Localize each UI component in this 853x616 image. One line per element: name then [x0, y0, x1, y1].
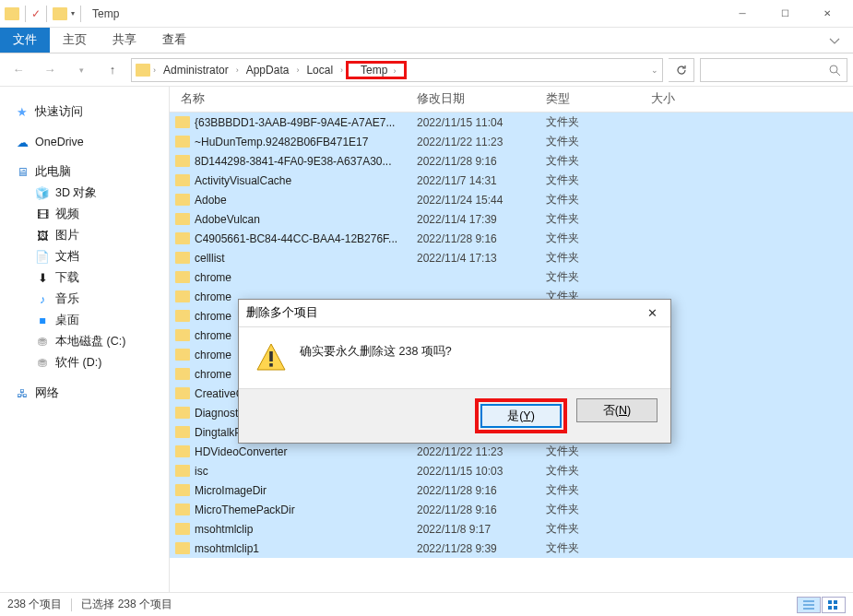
nav-back-button[interactable]: ←: [6, 57, 31, 83]
sidebar-videos[interactable]: 🎞视频: [0, 204, 169, 225]
nav-up-button[interactable]: ↑: [100, 57, 125, 83]
table-row[interactable]: {63BBBDD1-3AAB-49BF-9A4E-A7AE7...2022/11…: [170, 113, 853, 132]
nav-recent-button[interactable]: ▾: [68, 57, 94, 83]
dialog-close-button[interactable]: ✕: [642, 304, 663, 322]
crumb-appdata[interactable]: AppData: [242, 62, 294, 78]
table-row[interactable]: 8D144298-3841-4FA0-9E38-A637A30...2022/1…: [170, 151, 853, 171]
sidebar-documents[interactable]: 📄文档: [0, 246, 169, 267]
table-row[interactable]: chrome文件夹: [170, 267, 853, 287]
sidebar-pictures[interactable]: 🖼图片: [0, 225, 169, 246]
qat-check-icon[interactable]: ✓: [31, 7, 41, 20]
folder-icon: [175, 407, 190, 419]
refresh-button[interactable]: [669, 58, 694, 82]
window-title: Temp: [92, 7, 119, 20]
table-row[interactable]: ~HuDunTemp.92482B06FB471E172022/11/22 11…: [170, 132, 853, 151]
sidebar-onedrive[interactable]: ☁OneDrive: [0, 132, 169, 152]
tab-home[interactable]: 主页: [50, 28, 100, 53]
search-input[interactable]: [700, 58, 847, 82]
window-titlebar: ✓ ▾ Temp ─ ☐ ✕: [0, 0, 853, 28]
table-row[interactable]: isc2022/11/15 10:03文件夹: [170, 461, 853, 480]
address-bar[interactable]: › Administrator › AppData › Local › Temp…: [131, 58, 663, 82]
folder-icon: [175, 155, 190, 167]
column-size[interactable]: 大小: [651, 91, 743, 107]
sidebar-disk-d[interactable]: ⛃软件 (D:): [0, 352, 169, 373]
table-row[interactable]: MicroThemePackDir2022/11/28 9:16文件夹: [170, 500, 853, 519]
status-item-count: 238 个项目: [7, 597, 62, 612]
table-row[interactable]: msohtmlclip2022/11/8 9:17文件夹: [170, 519, 853, 539]
ribbon-tabs: 文件 主页 共享 查看: [0, 28, 853, 53]
table-row[interactable]: celllist2022/11/4 17:13文件夹: [170, 248, 853, 267]
table-row[interactable]: ActivityVisualCache2022/11/7 14:31文件夹: [170, 171, 853, 190]
dialog-title: 删除多个项目: [246, 305, 318, 321]
folder-icon: [175, 116, 190, 128]
sidebar-disk-c[interactable]: ⛃本地磁盘 (C:): [0, 331, 169, 352]
column-name[interactable]: 名称: [170, 91, 417, 107]
folder-icon: [175, 290, 190, 302]
view-icons-button[interactable]: [822, 597, 846, 613]
svg-rect-6: [834, 600, 837, 604]
folder-icon: [175, 136, 190, 148]
folder-icon: [175, 194, 190, 206]
folder-icon: [175, 523, 190, 535]
qat-folder-icon[interactable]: [53, 7, 67, 20]
window-icon: [5, 7, 19, 20]
dialog-no-button[interactable]: 否(N): [576, 398, 658, 422]
svg-point-0: [830, 65, 837, 73]
minimize-button[interactable]: ─: [721, 0, 764, 28]
folder-icon: [175, 252, 190, 264]
search-icon: [828, 64, 841, 77]
status-selected-count: 已选择 238 个项目: [81, 597, 172, 612]
crumb-local[interactable]: Local: [302, 62, 338, 78]
sidebar-network[interactable]: 🖧网络: [0, 383, 169, 404]
qat-dropdown-icon[interactable]: ▾: [71, 9, 75, 18]
svg-rect-5: [828, 600, 832, 604]
folder-icon: [175, 426, 190, 438]
nav-forward-button[interactable]: →: [37, 57, 63, 83]
address-dropdown-icon[interactable]: ⌄: [651, 65, 658, 75]
table-row[interactable]: MicroImageDir2022/11/28 9:16文件夹: [170, 480, 853, 500]
folder-icon: [175, 368, 190, 380]
folder-icon: [175, 271, 190, 283]
status-bar: 238 个项目 已选择 238 个项目: [0, 592, 853, 616]
table-row[interactable]: HDVideoConverter2022/11/22 11:23文件夹: [170, 442, 853, 461]
tab-share[interactable]: 共享: [100, 28, 149, 53]
folder-icon: [175, 329, 190, 341]
dialog-yes-button[interactable]: 是(Y): [480, 404, 562, 428]
crumb-administrator[interactable]: Administrator: [159, 62, 233, 78]
folder-icon: [175, 213, 190, 225]
ribbon-expand-button[interactable]: [816, 28, 853, 53]
svg-rect-11: [269, 363, 273, 367]
folder-icon: [175, 174, 190, 186]
tab-view[interactable]: 查看: [149, 28, 199, 53]
table-row[interactable]: msohtmlclip12022/11/28 9:39文件夹: [170, 539, 853, 558]
sidebar-desktop[interactable]: ■桌面: [0, 310, 169, 331]
svg-rect-7: [828, 606, 832, 610]
warning-icon: [255, 342, 287, 373]
folder-icon: [175, 387, 190, 399]
table-row[interactable]: AdobeVulcan2022/11/4 17:39文件夹: [170, 209, 853, 229]
crumb-temp[interactable]: Temp: [356, 62, 392, 78]
sidebar-music[interactable]: ♪音乐: [0, 289, 169, 310]
sidebar-3d-objects[interactable]: 🧊3D 对象: [0, 183, 169, 204]
maximize-button[interactable]: ☐: [764, 0, 806, 28]
dialog-message: 确实要永久删除这 238 项吗?: [300, 342, 452, 373]
sidebar-quick-access[interactable]: ★快速访问: [0, 101, 169, 123]
folder-icon: [175, 232, 190, 244]
delete-confirm-dialog: 删除多个项目 ✕ 确实要永久删除这 238 项吗? 是(Y) 否(N): [238, 299, 671, 444]
navigation-pane: ★快速访问 ☁OneDrive 🖥此电脑 🧊3D 对象 🎞视频 🖼图片 📄文档 …: [0, 87, 170, 592]
folder-icon: [175, 445, 190, 457]
close-button[interactable]: ✕: [806, 0, 848, 28]
column-date[interactable]: 修改日期: [417, 91, 546, 107]
svg-rect-10: [269, 351, 273, 361]
view-details-button[interactable]: [797, 597, 821, 613]
tab-file[interactable]: 文件: [0, 28, 50, 53]
table-row[interactable]: Adobe2022/11/24 15:44文件夹: [170, 190, 853, 209]
table-row[interactable]: C4905661-BC84-44CC-BAA4-12B276F...2022/1…: [170, 229, 853, 248]
address-row: ← → ▾ ↑ › Administrator › AppData › Loca…: [0, 53, 853, 87]
sidebar-this-pc[interactable]: 🖥此电脑: [0, 161, 169, 183]
column-type[interactable]: 类型: [546, 91, 651, 107]
folder-icon: [175, 465, 190, 477]
sidebar-downloads[interactable]: ⬇下载: [0, 267, 169, 289]
folder-icon: [175, 484, 190, 496]
folder-icon: [175, 310, 190, 322]
